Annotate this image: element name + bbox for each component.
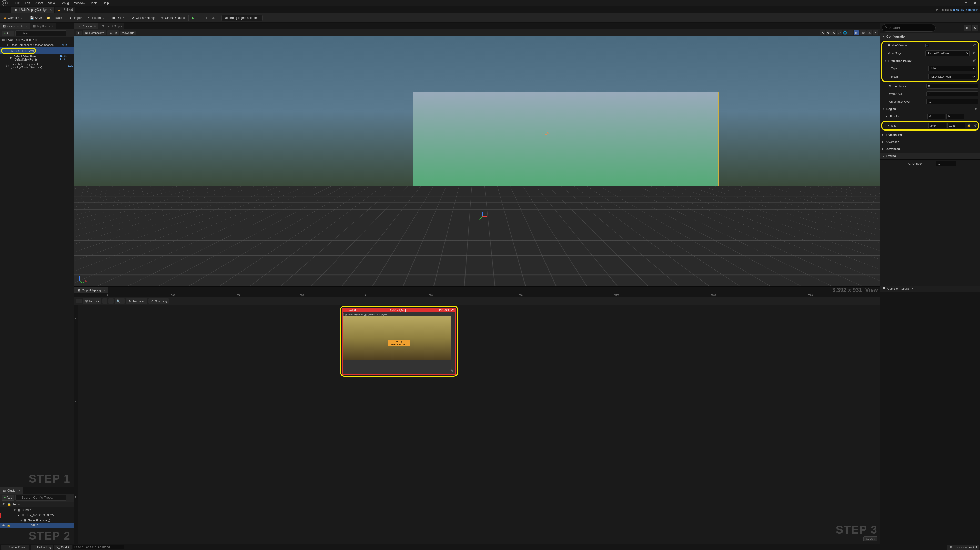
eject-button[interactable]: ⏏ — [210, 15, 216, 21]
output-host-node[interactable]: ▭ Host_0 [2,560 x 1,440] 130.39.93.72 ⊞ … — [340, 306, 458, 377]
close-icon[interactable]: × — [103, 289, 105, 292]
transform-gizmo-icon[interactable] — [477, 211, 488, 222]
size-x-input[interactable] — [929, 123, 947, 128]
edit-link[interactable]: Edit — [68, 64, 73, 67]
tab-my-blueprint[interactable]: ▦ My Blueprint — [30, 23, 56, 29]
save-button[interactable]: 💾 Save — [28, 15, 44, 21]
size-y-input[interactable] — [947, 123, 966, 128]
select-tool-icon[interactable]: ⬉ — [820, 30, 825, 35]
close-icon[interactable]: × — [94, 25, 95, 28]
eye-icon[interactable]: 👁 — [2, 524, 5, 527]
lock-icon[interactable]: 🔓 — [967, 124, 971, 128]
tab-preview[interactable]: ▭ Preview × — [74, 23, 99, 29]
expand-icon[interactable]: ▶ — [886, 115, 888, 118]
fit-icon[interactable]: ⛶ — [108, 298, 114, 304]
tab-output-mapping[interactable]: ⊞ OutputMapping × — [74, 287, 108, 293]
chevron-down-icon[interactable]: ⋮ — [21, 17, 22, 19]
add-cluster-button[interactable]: +Add — [2, 495, 14, 501]
expand-icon[interactable]: ▶ — [882, 141, 885, 143]
source-control-button[interactable]: ⊘ Source Control Off — [947, 545, 979, 550]
tab-compiler-results[interactable]: ☰ Compiler Results × — [880, 285, 980, 292]
window-icon[interactable]: ▭ — [102, 298, 107, 304]
export-button[interactable]: ⭱ Export ⋮ — [85, 15, 107, 21]
menu-help[interactable]: Help — [100, 0, 111, 6]
window-minimize-icon[interactable]: — — [953, 0, 961, 6]
chevron-down-icon[interactable]: ▾ — [123, 17, 124, 19]
warp-uvs-input[interactable] — [926, 91, 978, 96]
import-button[interactable]: ⭳ Import — [67, 15, 84, 21]
output-mapping-canvas[interactable]: 051 ▭ Host_0 [2,560 x 1,440] 130.39.93.7… — [74, 304, 880, 544]
compile-button[interactable]: ⚙ Compile ⋮ — [1, 15, 25, 21]
menu-tools[interactable]: Tools — [88, 0, 100, 6]
play-button[interactable]: ▶ — [190, 15, 196, 21]
chromakey-uvs-input[interactable] — [926, 99, 978, 104]
cluster-row-vp0[interactable]: 👁 🔓 ▭ VP_0 — [0, 523, 74, 528]
transform-dropdown[interactable]: ✥ Transform — [126, 298, 147, 304]
debug-object-select[interactable]: No debug object selected ▾ — [221, 15, 263, 21]
reset-icon[interactable]: ↺ — [973, 51, 976, 55]
add-component-button[interactable]: +Add — [2, 30, 14, 36]
section-index-input[interactable] — [926, 84, 978, 89]
cmd-dropdown[interactable]: >_ Cmd ▾ — [54, 545, 71, 550]
expand-icon[interactable]: ▶ — [882, 134, 885, 136]
expand-icon[interactable]: ▼ — [882, 108, 885, 110]
console-command-input[interactable] — [73, 545, 124, 550]
lit-dropdown[interactable]: ● Lit — [107, 30, 119, 35]
tab-untitled[interactable]: ▲ Untitled — [55, 7, 76, 13]
tab-lsundisplayconfig[interactable]: ◆ LSUnDisplayConfig* × — [11, 7, 54, 13]
close-icon[interactable]: × — [19, 489, 20, 492]
components-search-input[interactable] — [15, 30, 67, 36]
menu-edit[interactable]: Edit — [22, 0, 33, 6]
class-defaults-button[interactable]: ✎ Class Defaults — [158, 15, 187, 21]
eye-icon[interactable]: 👁 — [2, 502, 6, 506]
angle-snap-icon[interactable]: ∠ — [867, 30, 872, 35]
output-menu-button[interactable]: ≡ — [76, 299, 81, 303]
cluster-search-input[interactable] — [15, 494, 67, 501]
far-value[interactable]: 4 — [873, 30, 878, 35]
info-bar-toggle[interactable]: ⓘ Info Bar — [83, 298, 101, 304]
window-maximize-icon[interactable]: ◻ — [962, 0, 970, 6]
details-settings-icon[interactable]: ⚙ — [972, 25, 978, 31]
lock-icon[interactable]: 🔒 — [7, 502, 11, 506]
output-log-button[interactable]: ☰ Output Log — [30, 545, 53, 550]
zoom-button[interactable]: 🔍 1 — [115, 298, 125, 304]
perspective-dropdown[interactable]: ▣ Perspective — [83, 30, 106, 35]
preview-viewport[interactable]: VP_0 XY — [74, 37, 880, 286]
diff-button[interactable]: ⇄ Diff ▾ — [110, 15, 126, 21]
snapping-dropdown[interactable]: ⟲ Snapping — [148, 298, 169, 304]
cluster-row-host[interactable]: ▾ 🖥 Host_0 (130.39.93.72) — [0, 513, 74, 518]
window-close-icon[interactable]: ✕ — [971, 0, 979, 6]
move-tool-icon[interactable]: ✥ — [826, 30, 831, 35]
grid-snap-icon[interactable]: ⊞ — [854, 30, 859, 35]
mesh-select[interactable]: LSU_LED_Wall — [929, 74, 976, 80]
close-icon[interactable]: × — [25, 25, 27, 28]
tab-event-graph[interactable]: ⊞ Event Graph — [99, 23, 124, 29]
cluster-row-node[interactable]: ▾ ⊞ Node_0 (Primary) — [0, 518, 74, 523]
tab-cluster[interactable]: ▦ Cluster × — [0, 488, 23, 494]
tree-row-default-viewpoint[interactable]: 👁 Default View Point (DefaultViewPoint) … — [0, 54, 74, 62]
expand-icon[interactable]: ▼ — [885, 60, 887, 62]
expand-icon[interactable]: ▶ — [888, 124, 889, 127]
tree-row-sync-tick[interactable]: 〔〕 Sync Tick Component (DisplayClusterSy… — [0, 62, 74, 70]
reset-icon[interactable]: ↺ — [974, 124, 977, 128]
grid-snap-value[interactable]: 10 — [859, 30, 867, 35]
menu-file[interactable]: File — [12, 0, 22, 6]
class-settings-button[interactable]: ⚙ Class Settings — [129, 15, 158, 21]
parent-class-link[interactable]: nDisplay Root Actor — [953, 8, 978, 11]
section-stereo[interactable]: ▼ Stereo — [880, 153, 980, 160]
cluster-row-cluster[interactable]: ▾ ▦ Cluster — [0, 507, 74, 513]
position-y-input[interactable] — [947, 114, 964, 119]
lock-icon[interactable]: 🔓 — [7, 524, 11, 527]
tree-row-self[interactable]: ◫ LSUnDisplayConfig (Self) — [0, 37, 74, 42]
world-icon[interactable]: 🌐 — [843, 30, 848, 35]
viewport-menu-button[interactable]: ≡ — [76, 30, 81, 35]
tree-row-root[interactable]: ✚ Root Component (RootComponent) Edit in… — [0, 42, 74, 48]
section-configuration[interactable]: ▼ Configuration — [880, 33, 980, 40]
position-x-input[interactable] — [928, 114, 945, 119]
tab-components[interactable]: ◧ Components × — [0, 23, 30, 29]
reset-icon[interactable]: ↺ — [973, 59, 976, 63]
menu-view[interactable]: View — [46, 0, 57, 6]
close-icon[interactable]: × — [912, 287, 913, 290]
details-search-input[interactable] — [882, 24, 935, 32]
edit-cpp-link[interactable]: Edit in C++ — [60, 55, 73, 61]
